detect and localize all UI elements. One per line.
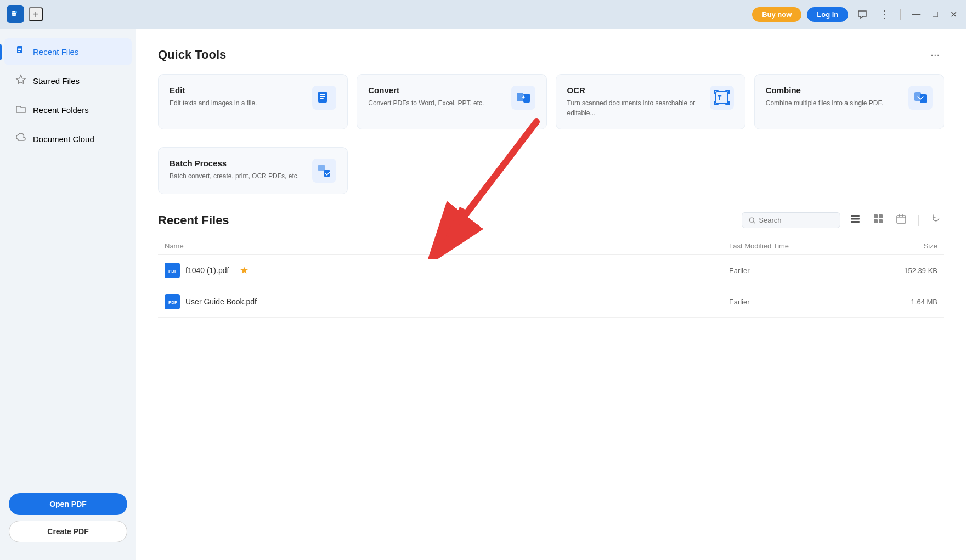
- combine-tool-icon: [908, 86, 933, 110]
- sidebar-bottom: Open PDF Create PDF: [0, 484, 136, 551]
- open-pdf-button[interactable]: Open PDF: [9, 493, 127, 515]
- svg-rect-21: [324, 170, 330, 177]
- svg-rect-15: [523, 94, 530, 103]
- files-table-header: Name Last Modified Time Size: [158, 237, 944, 255]
- recent-files-title: Recent Files: [158, 213, 229, 228]
- svg-rect-7: [18, 49, 21, 50]
- svg-rect-4: [15, 11, 17, 13]
- tool-card-convert[interactable]: Convert Convert PDFs to Word, Excel, PPT…: [357, 74, 546, 129]
- svg-rect-26: [851, 218, 860, 220]
- sidebar: Recent Files Starred Files Recent Folder…: [0, 29, 136, 560]
- batch-process-title: Batch Process: [170, 159, 299, 168]
- recent-folders-label: Recent Folders: [33, 105, 89, 115]
- svg-rect-31: [879, 219, 883, 223]
- svg-rect-30: [874, 219, 878, 223]
- batch-process-icon: [312, 159, 336, 183]
- quick-tools-grid: Edit Edit texts and images in a file. Co…: [158, 74, 944, 129]
- sidebar-item-document-cloud[interactable]: Document Cloud: [4, 126, 132, 152]
- list-view-button[interactable]: [847, 212, 863, 229]
- edit-tool-desc: Edit texts and images in a file.: [170, 98, 257, 108]
- edit-tool-title: Edit: [170, 86, 257, 95]
- view-divider: [918, 215, 919, 226]
- search-bar: [742, 212, 944, 229]
- grid-view-button[interactable]: [870, 212, 886, 229]
- svg-rect-3: [12, 14, 16, 15]
- tool-card-ocr[interactable]: OCR Turn scanned documents into searchab…: [556, 74, 745, 129]
- recent-files-label: Recent Files: [33, 47, 78, 56]
- svg-text:T: T: [718, 94, 722, 102]
- quick-tools-header: Quick Tools ···: [158, 46, 944, 63]
- recent-folders-icon: [15, 103, 26, 117]
- main-layout: Recent Files Starred Files Recent Folder…: [0, 29, 966, 560]
- app-icon: [7, 5, 24, 23]
- window-controls: — □ ✕: [909, 8, 959, 21]
- convert-tool-icon: [511, 86, 535, 110]
- file-icon-pdf-2: PDF: [165, 294, 180, 309]
- quick-tools-more-button[interactable]: ···: [926, 46, 944, 63]
- buy-now-button[interactable]: Buy now: [752, 7, 801, 22]
- svg-rect-25: [851, 215, 860, 217]
- close-button[interactable]: ✕: [948, 8, 959, 21]
- maximize-button[interactable]: □: [930, 8, 940, 20]
- document-cloud-label: Document Cloud: [33, 134, 94, 144]
- file-name-cell: PDF User Guide Book.pdf: [165, 294, 729, 309]
- content-area: Quick Tools ··· Edit Edit texts and imag…: [136, 29, 966, 560]
- search-input-wrapper: [742, 212, 840, 228]
- search-icon: [749, 217, 755, 224]
- file-size-1: 152.39 KB: [872, 267, 937, 275]
- column-size: Size: [872, 242, 937, 250]
- tool-card-edit[interactable]: Edit Edit texts and images in a file.: [158, 74, 348, 129]
- more-options-button[interactable]: ⋮: [877, 6, 894, 22]
- table-row[interactable]: PDF f1040 (1).pdf ★ Earlier 152.39 KB: [158, 255, 944, 286]
- ocr-tool-title: OCR: [567, 86, 703, 95]
- convert-tool-desc: Convert PDFs to Word, Excel, PPT, etc.: [368, 98, 484, 108]
- column-name: Name: [165, 242, 729, 250]
- svg-rect-32: [897, 216, 906, 223]
- title-bar-actions: Buy now Log in ⋮ — □ ✕: [752, 6, 959, 22]
- refresh-button[interactable]: [928, 212, 944, 229]
- chat-icon-button[interactable]: [854, 7, 871, 22]
- file-icon-pdf: PDF: [165, 263, 180, 278]
- combine-tool-desc: Combine multiple files into a single PDF…: [766, 98, 883, 108]
- file-name-2: User Guide Book.pdf: [185, 297, 257, 306]
- svg-rect-12: [320, 96, 325, 97]
- search-input[interactable]: [759, 216, 833, 224]
- separator: [900, 9, 901, 20]
- tool-card-batch-process[interactable]: Batch Process Batch convert, create, pri…: [158, 147, 348, 194]
- title-bar: + Buy now Log in ⋮ — □ ✕: [0, 0, 966, 29]
- convert-tool-title: Convert: [368, 86, 484, 95]
- svg-marker-9: [16, 75, 25, 84]
- file-size-2: 1.64 MB: [872, 298, 937, 306]
- file-date-2: Earlier: [729, 298, 872, 306]
- combine-tool-title: Combine: [766, 86, 883, 95]
- svg-rect-27: [851, 221, 860, 223]
- calendar-view-button[interactable]: [893, 212, 909, 229]
- file-name-1: f1040 (1).pdf: [185, 266, 229, 275]
- starred-files-icon: [15, 74, 26, 88]
- sidebar-item-starred-files[interactable]: Starred Files: [4, 67, 132, 94]
- svg-rect-29: [879, 214, 883, 218]
- file-name-cell: PDF f1040 (1).pdf ★: [165, 263, 729, 278]
- files-table: Name Last Modified Time Size PDF f1040 (…: [158, 237, 944, 318]
- svg-text:PDF: PDF: [168, 300, 177, 305]
- batch-process-desc: Batch convert, create, print, OCR PDFs, …: [170, 171, 299, 181]
- create-pdf-button[interactable]: Create PDF: [9, 521, 127, 542]
- sidebar-item-recent-files[interactable]: Recent Files: [4, 38, 132, 65]
- ocr-tool-icon: T: [710, 86, 734, 110]
- svg-rect-28: [874, 214, 878, 218]
- svg-rect-20: [318, 165, 325, 171]
- recent-files-header: Recent Files: [158, 212, 944, 229]
- tool-card-combine[interactable]: Combine Combine multiple files into a si…: [754, 74, 944, 129]
- minimize-button[interactable]: —: [909, 8, 923, 20]
- quick-tools-title: Quick Tools: [158, 48, 226, 62]
- svg-rect-11: [320, 94, 325, 95]
- svg-rect-6: [18, 48, 21, 49]
- log-in-button[interactable]: Log in: [807, 7, 848, 22]
- edit-tool-icon: [312, 86, 336, 110]
- svg-rect-8: [18, 51, 20, 52]
- starred-files-label: Starred Files: [33, 76, 80, 86]
- sidebar-item-recent-folders[interactable]: Recent Folders: [4, 97, 132, 123]
- quick-tools-row2: Batch Process Batch convert, create, pri…: [158, 147, 944, 194]
- table-row[interactable]: PDF User Guide Book.pdf Earlier 1.64 MB: [158, 286, 944, 318]
- add-tab-button[interactable]: +: [29, 7, 43, 21]
